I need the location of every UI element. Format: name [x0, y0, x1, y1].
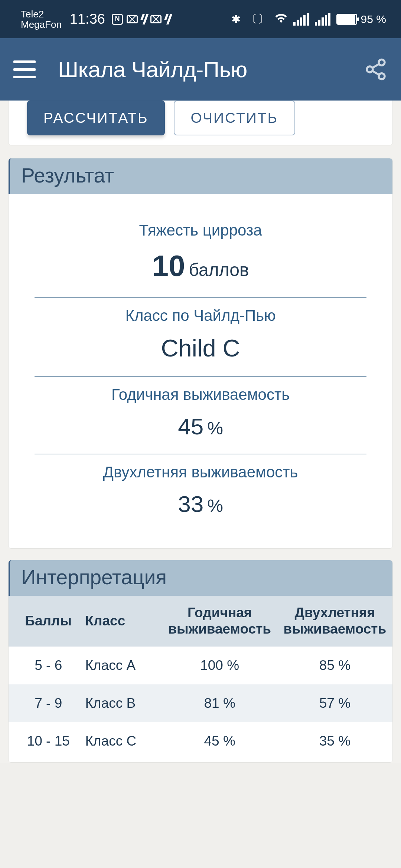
signal-icon-2: [315, 13, 330, 26]
interpretation-table: Баллы Класс Годичная выживаемость Двухле…: [9, 596, 392, 760]
metric-2yr: Двухлетняя выживаемость 33 %: [35, 454, 366, 531]
metric-value: Child C: [35, 334, 366, 362]
carrier-labels: Tele2 MegaFon: [21, 9, 62, 30]
status-left-icons: N: [112, 14, 170, 25]
app-bar: Шкала Чайлд-Пью: [0, 38, 401, 101]
menu-icon[interactable]: [13, 60, 36, 78]
metric-class: Класс по Чайлд-Пью Child C: [35, 298, 366, 376]
action-button-row: РАССЧИТАТЬ ОЧИСТИТЬ: [8, 101, 393, 145]
result-card: Результат Тяжесть цирроза 10 баллов Клас…: [8, 158, 393, 549]
clear-button[interactable]: ОЧИСТИТЬ: [174, 101, 296, 135]
svg-point-0: [367, 66, 373, 72]
calculate-button-label: РАССЧИТАТЬ: [43, 110, 149, 126]
interpretation-card: Интерпретация Баллы Класс Годичная выжив…: [8, 560, 393, 763]
metric-label: Тяжесть цирроза: [35, 221, 366, 239]
wifi-icon: [275, 13, 287, 26]
metric-1yr: Годичная выживаемость 45 %: [35, 377, 366, 454]
metric-severity: Тяжесть цирроза 10 баллов: [35, 213, 366, 297]
svg-point-1: [379, 59, 385, 65]
vibrate-icon: 〔〕: [247, 11, 269, 27]
svg-line-4: [372, 71, 379, 75]
traffic-icon-2: [165, 14, 170, 24]
mail-icon-2: [150, 15, 162, 23]
carrier-1: Tele2: [21, 9, 62, 19]
status-right-icons: ✱ 〔〕 95 %: [231, 11, 386, 27]
metric-label: Двухлетняя выживаемость: [35, 463, 366, 481]
table-row: 5 - 6 Класс A 100 % 85 %: [9, 647, 392, 684]
table-row: 10 - 15 Класс C 45 % 35 %: [9, 722, 392, 760]
result-heading: Результат: [9, 158, 392, 194]
metric-label: Класс по Чайлд-Пью: [35, 307, 366, 325]
nfc-icon: N: [112, 14, 123, 25]
mail-icon: [127, 15, 138, 23]
col-2yr: Двухлетняя выживаемость: [277, 596, 392, 647]
table-header-row: Баллы Класс Годичная выживаемость Двухле…: [9, 596, 392, 647]
traffic-icon: [141, 14, 147, 24]
metric-value: 10 баллов: [35, 249, 366, 283]
col-points: Баллы: [9, 596, 81, 647]
page-title: Шкала Чайлд-Пью: [58, 57, 364, 82]
bluetooth-icon: ✱: [231, 13, 241, 26]
status-bar: Tele2 MegaFon 11:36 N ✱ 〔〕 95 %: [0, 0, 401, 38]
col-class: Класс: [81, 596, 162, 647]
signal-icon-1: [293, 13, 309, 26]
metric-value: 33 %: [35, 491, 366, 517]
calculate-button[interactable]: РАССЧИТАТЬ: [27, 101, 165, 135]
carrier-2: MegaFon: [21, 19, 62, 30]
clear-button-label: ОЧИСТИТЬ: [191, 110, 278, 126]
status-time: 11:36: [70, 11, 105, 27]
interpretation-heading: Интерпретация: [9, 560, 392, 596]
svg-point-2: [379, 73, 385, 79]
battery-icon: [336, 14, 357, 25]
metric-value: 45 %: [35, 413, 366, 440]
col-1yr: Годичная выживаемость: [162, 596, 277, 647]
share-icon[interactable]: [364, 57, 388, 81]
table-row: 7 - 9 Класс B 81 % 57 %: [9, 684, 392, 722]
metric-label: Годичная выживаемость: [35, 386, 366, 404]
svg-line-3: [372, 64, 379, 68]
battery-percent: 95 %: [361, 13, 386, 26]
